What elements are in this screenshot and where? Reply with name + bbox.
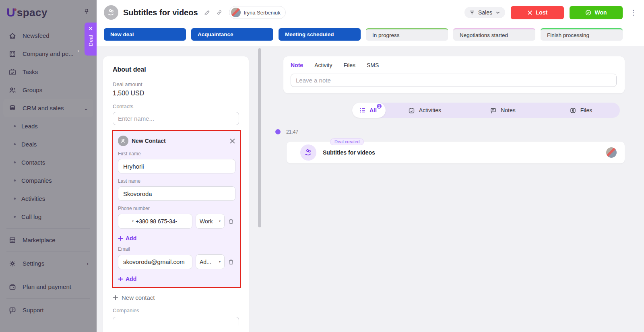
filter-notes[interactable]: Notes xyxy=(464,107,542,114)
amount-label: Deal amount xyxy=(113,81,239,87)
x-icon xyxy=(527,10,533,15)
lost-button[interactable]: Lost xyxy=(511,6,564,19)
timeline-time: 21:47 xyxy=(286,129,298,135)
email-field[interactable] xyxy=(118,255,192,269)
email-label: Email xyxy=(118,246,235,252)
deal-icon xyxy=(300,144,316,161)
won-button[interactable]: Won xyxy=(570,6,623,19)
tab-sms[interactable]: SMS xyxy=(367,62,379,68)
deal-slideover-tab[interactable]: ✕ Deal xyxy=(85,23,97,56)
filter-all-label: All xyxy=(369,107,377,113)
plus-icon xyxy=(118,276,123,282)
avatar xyxy=(231,8,241,17)
filter-all[interactable]: All 1 xyxy=(352,103,386,118)
note-composer-card: Note Activity Files SMS xyxy=(283,56,625,93)
deal-created-badge: Deal created xyxy=(330,138,364,145)
composer-tabs: Note Activity Files SMS xyxy=(291,62,617,68)
last-name-label: Last name xyxy=(118,178,235,184)
chevron-down-icon xyxy=(495,10,500,15)
stage-new-deal[interactable]: New deal xyxy=(104,28,186,41)
close-icon[interactable] xyxy=(229,138,235,144)
company-search-input[interactable] xyxy=(113,317,239,326)
chevron-down-icon: ▾ xyxy=(132,219,134,223)
add-label: Add xyxy=(126,276,136,282)
add-phone-link[interactable]: Add xyxy=(118,235,136,241)
tab-files[interactable]: Files xyxy=(343,62,355,68)
phone-field[interactable]: ▾ +380 98 675-34- xyxy=(118,214,192,229)
stage-label: New deal xyxy=(110,31,134,37)
new-contact-header: New Contact xyxy=(118,136,235,146)
contact-search-input[interactable] xyxy=(113,112,239,125)
contact-icon xyxy=(118,136,128,146)
deal-header: Subtitles for videos Iryna Serbeniuk Sal… xyxy=(97,0,644,46)
new-contact-form: New Contact First name Last name Phone n… xyxy=(112,130,241,288)
stage-meeting-scheduled[interactable]: Meeting scheduled xyxy=(279,28,361,41)
won-label: Won xyxy=(594,9,607,16)
filter-label: Activities xyxy=(419,107,441,113)
filter-label: Notes xyxy=(501,107,516,113)
about-deal-panel: About deal Deal amount 1,500 USD Contact… xyxy=(103,56,249,332)
page-title: Subtitles for videos xyxy=(123,8,198,17)
tab-activity[interactable]: Activity xyxy=(314,62,332,68)
timeline-entry-card[interactable]: Deal created Subtitles for videos xyxy=(287,142,625,163)
phone-row: ▾ +380 98 675-34- Work ▾ xyxy=(118,214,235,229)
check-circle-icon xyxy=(585,10,591,16)
timeline-entry-title: Subtitles for videos xyxy=(323,149,375,156)
stage-label: Negotiations started xyxy=(460,32,508,38)
note-input[interactable] xyxy=(291,74,617,87)
filter-icon xyxy=(469,10,475,15)
calendar-icon xyxy=(408,107,415,114)
stage-label: Finish processing xyxy=(547,32,589,38)
plus-icon xyxy=(118,236,123,241)
link-icon[interactable] xyxy=(216,9,223,16)
email-type-value: Ad... xyxy=(200,259,211,265)
filter-files[interactable]: Files xyxy=(542,107,620,114)
funnel-label: Sales xyxy=(478,9,492,16)
email-row: Ad... ▾ xyxy=(118,254,235,269)
last-name-field[interactable] xyxy=(118,186,235,201)
companies-label: Companies xyxy=(113,307,239,313)
stage-acquaintance[interactable]: Acquaintance xyxy=(191,28,273,41)
edit-icon[interactable] xyxy=(204,9,211,16)
ukraine-flag-icon[interactable] xyxy=(122,219,130,224)
phone-type-value: Work xyxy=(200,218,213,225)
delete-email-icon[interactable] xyxy=(228,259,234,265)
add-email-link[interactable]: Add xyxy=(118,276,136,282)
deal-type-icon xyxy=(104,5,118,20)
new-contact-label: New contact xyxy=(122,294,155,301)
uspacy-deal-page: U spacy Newsfeed Company and pe... › Tas… xyxy=(0,0,644,332)
pipeline-stages: New deal Acquaintance Meeting scheduled … xyxy=(104,28,623,41)
amount-value: 1,500 USD xyxy=(113,90,239,97)
stage-negotiations-started[interactable]: Negotiations started xyxy=(453,28,535,41)
more-menu-icon[interactable]: ⋮ xyxy=(628,9,638,16)
delete-phone-icon[interactable] xyxy=(228,218,234,225)
about-heading: About deal xyxy=(113,66,239,73)
chevron-down-icon: ▾ xyxy=(219,219,221,223)
collapse-chevron-icon[interactable]: › xyxy=(77,47,79,54)
phone-value: +380 98 675-34- xyxy=(136,218,177,225)
new-contact-link[interactable]: New contact xyxy=(113,294,155,301)
stage-in-progress[interactable]: In progress xyxy=(366,28,448,41)
funnel-selector[interactable]: Sales xyxy=(464,7,505,18)
first-name-field[interactable] xyxy=(118,159,235,173)
title-row: Subtitles for videos Iryna Serbeniuk Sal… xyxy=(104,5,638,20)
modal-dim-overlay[interactable] xyxy=(0,0,97,332)
stage-label: Meeting scheduled xyxy=(285,31,334,37)
contacts-label: Contacts xyxy=(113,103,239,109)
owner-chip[interactable]: Iryna Serbeniuk xyxy=(229,6,286,19)
filter-label: Files xyxy=(580,107,592,113)
close-icon[interactable]: ✕ xyxy=(88,26,93,31)
vertical-scrollbar[interactable] xyxy=(258,48,261,227)
plus-icon xyxy=(113,295,118,301)
phone-label: Phone number xyxy=(118,206,235,211)
filter-activities[interactable]: Activities xyxy=(386,107,464,114)
tab-note[interactable]: Note xyxy=(291,62,303,68)
owner-name: Iryna Serbeniuk xyxy=(244,10,281,16)
timeline-dot xyxy=(275,129,281,134)
lost-label: Lost xyxy=(536,9,548,16)
phone-type-select[interactable]: Work ▾ xyxy=(196,214,225,229)
paperclip-icon xyxy=(570,107,576,114)
email-type-select[interactable]: Ad... ▾ xyxy=(196,254,225,269)
stage-finish-processing[interactable]: Finish processing xyxy=(541,28,623,41)
main-area: Subtitles for videos Iryna Serbeniuk Sal… xyxy=(97,0,644,332)
